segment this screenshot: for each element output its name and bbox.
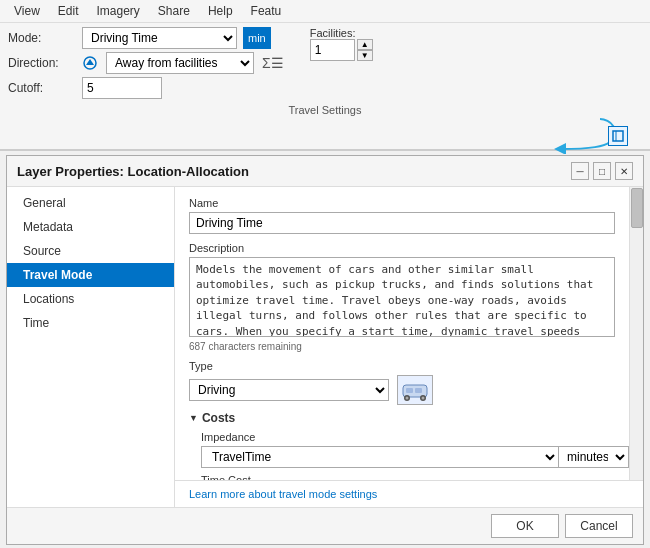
svg-rect-6	[415, 388, 422, 393]
expand-icon	[612, 130, 624, 142]
cutoff-label: Cutoff:	[8, 81, 76, 95]
direction-icon	[82, 55, 98, 71]
expand-button[interactable]	[608, 126, 628, 146]
menu-share[interactable]: Share	[150, 2, 198, 20]
min-badge: min	[243, 27, 271, 49]
arrow-area	[0, 122, 650, 150]
nav-locations[interactable]: Locations	[7, 287, 174, 311]
nav-time[interactable]: Time	[7, 311, 174, 335]
close-button[interactable]: ✕	[615, 162, 633, 180]
description-label: Description	[189, 242, 629, 254]
svg-rect-2	[613, 131, 623, 141]
type-label: Type	[189, 360, 629, 372]
menu-imagery[interactable]: Imagery	[88, 2, 147, 20]
name-input[interactable]	[189, 212, 615, 234]
costs-section: ▼ Costs Impedance TravelTime minutes	[189, 411, 629, 480]
mode-select[interactable]: Driving Time	[82, 27, 237, 49]
impedance-select[interactable]: TravelTime	[201, 446, 559, 468]
costs-chevron[interactable]: ▼	[189, 413, 198, 423]
costs-body: Impedance TravelTime minutes Time Cost	[189, 431, 629, 480]
menu-edit[interactable]: Edit	[50, 2, 87, 20]
svg-point-9	[406, 397, 409, 400]
right-content: Name Description Models the movement of …	[175, 187, 643, 480]
spinner-buttons: ▲ ▼	[357, 39, 373, 61]
travel-settings-area: Mode: Driving Time min Direction:	[0, 23, 650, 122]
direction-options-icon[interactable]: Σ☰	[262, 55, 284, 71]
dialog-controls: ─ □ ✕	[571, 162, 633, 180]
dialog-title: Layer Properties: Location-Allocation	[17, 164, 249, 179]
scrollbar-thumb[interactable]	[631, 188, 643, 228]
type-select[interactable]: Driving	[189, 379, 389, 401]
nav-metadata[interactable]: Metadata	[7, 215, 174, 239]
scrollbar-track[interactable]	[629, 187, 643, 480]
learn-more-bar: Learn more about travel mode settings	[175, 480, 643, 507]
toolbar: View Edit Imagery Share Help Featu Mode:…	[0, 0, 650, 151]
char-remaining: 687 characters remaining	[189, 341, 629, 352]
dialog-title-bar: Layer Properties: Location-Allocation ─ …	[7, 156, 643, 187]
facilities-up[interactable]: ▲	[357, 39, 373, 50]
direction-select[interactable]: Away from facilities	[106, 52, 254, 74]
nav-general[interactable]: General	[7, 191, 174, 215]
impedance-label: Impedance	[201, 431, 629, 443]
direction-row: Direction: Away from facilities Σ☰	[8, 52, 284, 74]
facilities-group: Facilities: ▲ ▼	[310, 27, 373, 102]
minimize-button[interactable]: ─	[571, 162, 589, 180]
cutoff-input[interactable]	[82, 77, 162, 99]
dialog-body: General Metadata Source Travel Mode Loca…	[7, 187, 643, 507]
svg-rect-5	[406, 388, 413, 393]
dialog-footer: OK Cancel	[7, 507, 643, 544]
maximize-button[interactable]: □	[593, 162, 611, 180]
direction-label: Direction:	[8, 56, 76, 70]
facilities-spinner: ▲ ▼	[310, 39, 373, 61]
cutoff-row: Cutoff:	[8, 77, 284, 99]
menu-bar: View Edit Imagery Share Help Featu	[0, 0, 650, 23]
name-label: Name	[189, 197, 629, 209]
svg-marker-1	[86, 59, 94, 65]
driving-icon	[401, 379, 429, 401]
minutes-select[interactable]: minutes	[559, 446, 629, 468]
facilities-label: Facilities:	[310, 27, 373, 39]
cancel-button[interactable]: Cancel	[565, 514, 633, 538]
time-cost-label: Time Cost	[201, 474, 629, 480]
costs-title: Costs	[202, 411, 235, 425]
mode-row: Mode: Driving Time min	[8, 27, 284, 49]
menu-view[interactable]: View	[6, 2, 48, 20]
description-textarea[interactable]: Models the movement of cars and other si…	[189, 257, 615, 337]
costs-header: ▼ Costs	[189, 411, 629, 425]
mode-label: Mode:	[8, 31, 76, 45]
svg-point-10	[422, 397, 425, 400]
left-nav: General Metadata Source Travel Mode Loca…	[7, 187, 175, 507]
ok-button[interactable]: OK	[491, 514, 559, 538]
nav-source[interactable]: Source	[7, 239, 174, 263]
facilities-down[interactable]: ▼	[357, 50, 373, 61]
type-row: Driving	[189, 375, 629, 405]
menu-help[interactable]: Help	[200, 2, 241, 20]
layer-properties-dialog: Layer Properties: Location-Allocation ─ …	[6, 155, 644, 545]
menu-features[interactable]: Featu	[243, 2, 290, 20]
learn-more-link[interactable]: Learn more about travel mode settings	[189, 488, 377, 500]
nav-travel-mode[interactable]: Travel Mode	[7, 263, 174, 287]
impedance-row: TravelTime minutes	[201, 446, 629, 468]
type-icon	[397, 375, 433, 405]
facilities-input[interactable]	[310, 39, 355, 61]
